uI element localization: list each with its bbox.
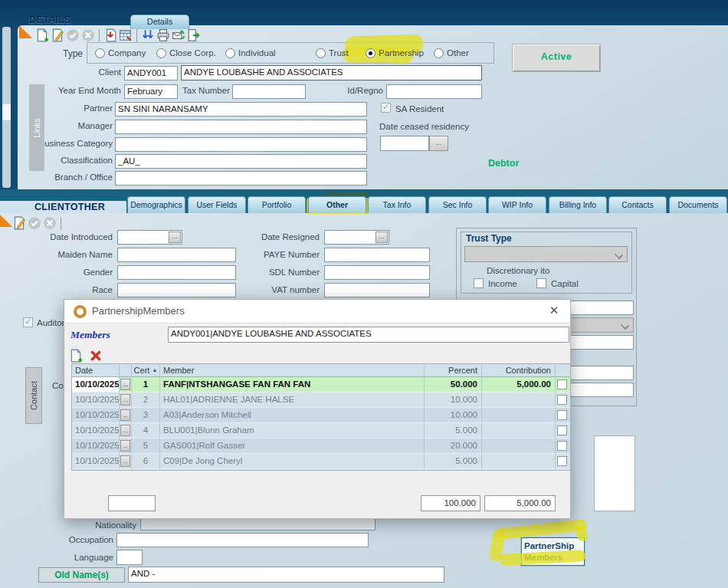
member-date-cell[interactable]: 10/10/2025: [72, 393, 120, 408]
grid-icon[interactable]: [119, 28, 133, 42]
old-names-button[interactable]: Old Name(s): [38, 567, 125, 583]
member-contribution-cell[interactable]: [482, 408, 556, 423]
member-row[interactable]: 10/10/2025...3A03|Anderson Mitchell10.00…: [72, 408, 570, 423]
date-resigned-picker-button[interactable]: ...: [375, 232, 388, 243]
client-code-field[interactable]: ANDY001: [124, 66, 178, 80]
date-picker-button[interactable]: ...: [120, 409, 130, 421]
cancel-icon[interactable]: [43, 216, 57, 230]
income-checkbox[interactable]: [474, 278, 484, 288]
id-regno-field[interactable]: [386, 84, 482, 99]
type-radio-individual[interactable]: [225, 48, 235, 58]
language-field[interactable]: [116, 550, 143, 565]
member-date-cell[interactable]: 10/10/2025: [72, 408, 120, 423]
trust-type-dropdown[interactable]: [464, 246, 628, 262]
member-contribution-cell[interactable]: [482, 439, 556, 454]
members-table-header[interactable]: Date Cert ▲ Member Percent Contribution: [72, 364, 570, 377]
member-percent-cell[interactable]: 10.000: [425, 393, 482, 408]
sort-icon[interactable]: [141, 28, 155, 42]
mail-sync-icon[interactable]: [172, 28, 185, 42]
row-checkbox[interactable]: [557, 441, 567, 451]
date-picker-button[interactable]: ...: [120, 379, 130, 390]
accept-icon[interactable]: [66, 28, 80, 42]
type-radio-partnership[interactable]: [366, 48, 375, 58]
partnership-members-button[interactable]: PartnerShip Members: [521, 537, 585, 566]
manager-field[interactable]: [115, 120, 367, 134]
tab-documents[interactable]: Documents: [669, 196, 727, 213]
tab-sec-info[interactable]: Sec Info: [428, 196, 487, 213]
tab-tax-info[interactable]: Tax Info: [368, 196, 426, 213]
member-date-cell[interactable]: 10/10/2025: [72, 439, 120, 454]
close-icon[interactable]: ✕: [546, 304, 562, 317]
dialog-titlebar[interactable]: PartnershipMembers ✕: [64, 300, 570, 324]
row-checkbox[interactable]: [557, 456, 567, 466]
date-picker-button[interactable]: ...: [120, 455, 130, 467]
member-contribution-cell[interactable]: [482, 423, 556, 439]
row-checkbox[interactable]: [557, 395, 567, 405]
active-status-button[interactable]: Active: [512, 44, 601, 72]
members-field[interactable]: ANDY001|ANDYE LOUBASHE AND ASSOCIATES: [168, 327, 569, 343]
occupation-field[interactable]: [116, 533, 369, 547]
vat-field[interactable]: [324, 283, 430, 297]
tab-details-top[interactable]: Details: [130, 15, 189, 29]
member-row[interactable]: 10/10/2025...4BLU001|Blunn Graham5.000: [72, 423, 570, 439]
maiden-name-field[interactable]: [117, 248, 236, 262]
old-names-field[interactable]: AND -: [128, 567, 444, 583]
member-contribution-cell[interactable]: 5,000.00: [482, 377, 556, 393]
import-icon[interactable]: [103, 28, 117, 42]
member-row[interactable]: 10/10/2025...6C09|De Jong Cheryl5.000: [72, 454, 570, 469]
tab-other[interactable]: Other: [308, 196, 366, 213]
member-percent-cell[interactable]: 20.000: [425, 439, 482, 454]
member-percent-cell[interactable]: 50.000: [425, 377, 482, 393]
member-percent-cell[interactable]: 5.000: [425, 454, 482, 469]
partner-field[interactable]: SN SINI NARANSAMY: [115, 102, 367, 117]
member-name-cell[interactable]: GAS001|Rolf Gasser: [160, 439, 425, 454]
column-header-cert[interactable]: Cert ▲: [132, 364, 160, 377]
row-checkbox[interactable]: [557, 379, 567, 389]
gender-field[interactable]: [117, 265, 236, 280]
date-ceased-field[interactable]: [380, 136, 429, 151]
year-end-field[interactable]: February: [124, 84, 178, 99]
links-side-tab[interactable]: Links: [29, 84, 44, 171]
column-header-contribution[interactable]: Contribution: [482, 364, 556, 377]
member-percent-cell[interactable]: 10.000: [425, 408, 482, 423]
tab-wip-info[interactable]: WIP Info: [488, 196, 546, 213]
member-name-cell[interactable]: C09|De Jong Cheryl: [160, 454, 425, 469]
type-radio-trust[interactable]: [316, 48, 326, 58]
business-category-field[interactable]: [115, 137, 367, 152]
client-name-field[interactable]: ANDYE LOUBASHE AND ASSOCIATES: [181, 65, 482, 80]
date-picker-button[interactable]: ...: [120, 440, 130, 452]
type-radio-close-corp-[interactable]: [156, 48, 166, 58]
date-ceased-picker-button[interactable]: ...: [429, 136, 448, 151]
column-header-member[interactable]: Member: [160, 364, 425, 377]
member-name-cell[interactable]: FANF|NTSHANGASE FAN FAN FAN: [160, 377, 425, 393]
tax-number-field[interactable]: [232, 84, 306, 99]
type-radio-other[interactable]: [434, 48, 444, 58]
date-introduced-picker-button[interactable]: ...: [169, 232, 181, 243]
footer-empty-field[interactable]: [108, 495, 156, 511]
auditor-checkbox[interactable]: [23, 317, 33, 327]
member-date-cell[interactable]: 10/10/2025: [72, 454, 120, 469]
member-contribution-cell[interactable]: [482, 454, 556, 469]
print-icon[interactable]: [156, 28, 170, 42]
branch-field[interactable]: [115, 171, 367, 186]
tab-billing-info[interactable]: Billing Info: [549, 196, 607, 213]
member-date-cell[interactable]: 10/10/2025: [72, 423, 120, 439]
sa-resident-checkbox[interactable]: [381, 103, 391, 113]
member-name-cell[interactable]: BLU001|Blunn Graham: [160, 423, 425, 439]
date-picker-button[interactable]: ...: [120, 394, 130, 406]
member-row[interactable]: 10/10/2025...2HAL01|ADRIENNE JANE HALSE1…: [72, 393, 570, 408]
member-percent-cell[interactable]: 5.000: [425, 423, 482, 439]
export-icon[interactable]: [187, 28, 201, 42]
contact-side-tab[interactable]: Contact: [25, 367, 42, 424]
notes-box[interactable]: [594, 435, 635, 511]
accept-icon[interactable]: [28, 216, 41, 230]
sdl-field[interactable]: [324, 265, 430, 280]
paye-field[interactable]: [324, 248, 430, 262]
member-contribution-cell[interactable]: [482, 393, 556, 408]
race-field[interactable]: [117, 283, 236, 297]
delete-member-icon[interactable]: [89, 349, 103, 363]
member-row[interactable]: 10/10/2025...1FANF|NTSHANGASE FAN FAN FA…: [72, 377, 570, 393]
row-checkbox[interactable]: [557, 425, 567, 435]
member-row[interactable]: 10/10/2025...5GAS001|Rolf Gasser20.000: [72, 439, 570, 454]
capital-checkbox[interactable]: [536, 278, 546, 288]
